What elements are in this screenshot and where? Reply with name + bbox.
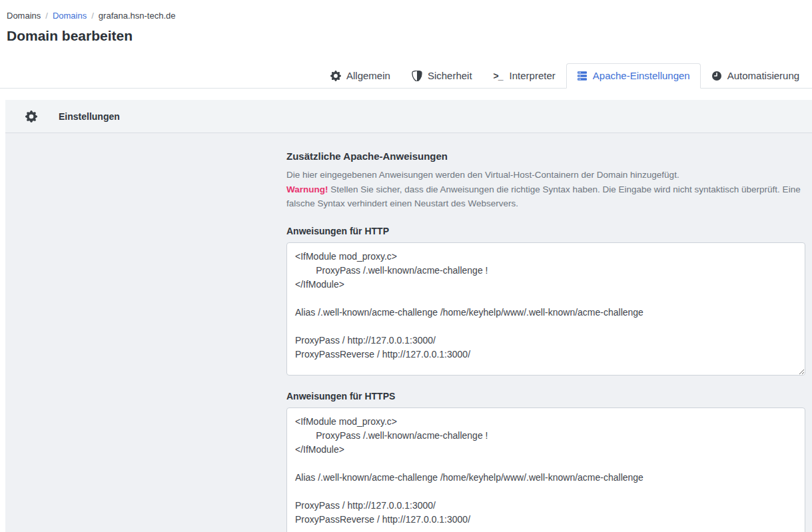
gear-icon bbox=[25, 111, 37, 123]
breadcrumb-item-domains: Domains bbox=[7, 11, 41, 21]
tab-interpreter[interactable]: >_ Interpreter bbox=[483, 63, 566, 89]
apache-form: Zusätzliche Apache-Anweisungen Die hier … bbox=[286, 150, 805, 532]
clock-icon bbox=[711, 71, 722, 81]
server-icon bbox=[577, 71, 588, 81]
shield-icon bbox=[412, 71, 422, 81]
tab-sicherheit[interactable]: Sicherheit bbox=[401, 63, 483, 89]
breadcrumb-separator: / bbox=[45, 11, 48, 21]
tab-allgemein[interactable]: Allgemein bbox=[320, 63, 401, 89]
panel-body: Zusätzliche Apache-Anweisungen Die hier … bbox=[5, 133, 812, 532]
terminal-icon: >_ bbox=[494, 71, 504, 81]
http-directives-label: Anweisungen für HTTP bbox=[286, 226, 805, 236]
tab-label: Apache-Einstellungen bbox=[593, 70, 690, 81]
panel-header: Einstellungen bbox=[5, 100, 812, 133]
breadcrumb-item-domain-name: grafana.hsn-tech.de bbox=[99, 11, 176, 21]
tab-group: Allgemein Sicherheit >_ Interpreter bbox=[320, 63, 812, 88]
https-directives-textarea[interactable]: <IfModule mod_proxy.c> ProxyPass /.well-… bbox=[286, 407, 805, 532]
tab-automatisierung[interactable]: Automatisierung bbox=[701, 63, 810, 89]
tab-label: Automatisierung bbox=[727, 70, 799, 81]
section-description: Die hier eingegebenen Anweisungen werden… bbox=[286, 168, 805, 182]
warning-body: Stellen Sie sicher, dass die Anweisungen… bbox=[286, 184, 801, 208]
tab-label: Allgemein bbox=[346, 70, 390, 81]
breadcrumb-separator: / bbox=[91, 11, 94, 21]
settings-panel: Einstellungen Zusätzliche Apache-Anweisu… bbox=[5, 100, 812, 532]
tab-apache-einstellungen[interactable]: Apache-Einstellungen bbox=[566, 63, 701, 89]
http-directives-textarea[interactable]: <IfModule mod_proxy.c> ProxyPass /.well-… bbox=[286, 242, 805, 376]
breadcrumb: Domains / Domains / grafana.hsn-tech.de bbox=[7, 11, 812, 21]
page-title: Domain bearbeiten bbox=[7, 28, 812, 44]
https-directives-label: Anweisungen für HTTPS bbox=[286, 391, 805, 401]
section-heading: Zusätzliche Apache-Anweisungen bbox=[286, 150, 805, 162]
tab-label: Sicherheit bbox=[428, 70, 472, 81]
breadcrumb-link-domains[interactable]: Domains bbox=[53, 11, 87, 21]
warning-text: Warnung! Stellen Sie sicher, dass die An… bbox=[286, 182, 805, 210]
gear-icon bbox=[330, 71, 341, 81]
warning-label: Warnung! bbox=[286, 184, 328, 194]
tab-label: Interpreter bbox=[510, 70, 556, 81]
tab-bar: Allgemein Sicherheit >_ Interpreter bbox=[0, 63, 812, 89]
panel-header-title: Einstellungen bbox=[59, 111, 120, 122]
